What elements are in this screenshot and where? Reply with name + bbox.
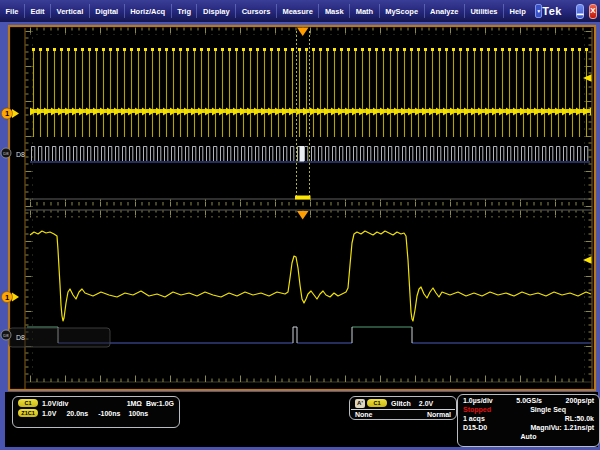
waveform-display: D8 D8 1 D8 1 D8 <box>0 22 600 392</box>
graticule-bottom-ticks <box>30 375 590 382</box>
d8-overview-waveform <box>30 145 591 162</box>
channel-badge-c1[interactable]: C1 <box>18 399 38 407</box>
acq-mode: Single Seq <box>530 406 566 413</box>
menu-myscope[interactable]: MyScope <box>380 4 425 18</box>
menu-display[interactable]: Display <box>197 4 236 18</box>
c1-scale: 1.0V/div <box>42 400 68 407</box>
magnivu-rate: MagniVu: 1.21ns/pt <box>530 424 594 431</box>
d8-zoom-marker[interactable]: D8 <box>1 330 11 340</box>
c1-bandwidth: Bw:1.0G <box>146 400 174 407</box>
d8-overview-label: D8 <box>16 151 25 158</box>
close-icon: X <box>590 7 595 15</box>
zoom-timebase: 20.0ns <box>66 410 88 417</box>
menu-analyze[interactable]: Analyze <box>425 4 465 18</box>
menu-file[interactable]: File <box>0 4 25 18</box>
menu-help[interactable]: Help <box>504 4 531 18</box>
minimize-button[interactable]: ▁ <box>576 4 584 19</box>
close-button[interactable]: X <box>589 4 597 19</box>
menu-utilities[interactable]: Utilities <box>465 4 504 18</box>
menu-overflow-button[interactable]: ▼ <box>535 4 542 18</box>
menu-mask[interactable]: Mask <box>319 4 350 18</box>
menu-measure[interactable]: Measure <box>277 4 319 18</box>
svg-text:1: 1 <box>5 109 9 118</box>
svg-text:D8: D8 <box>3 151 9 156</box>
zoom-end: 100ns <box>128 410 148 417</box>
d8-highlight-pulse <box>300 146 305 162</box>
minimize-icon: ▁ <box>577 7 583 15</box>
trigger-level: 2.0V <box>419 400 433 407</box>
digital-channels: D15-D0 <box>463 424 487 431</box>
trigger-auto-label: Auto <box>521 433 537 440</box>
oscilloscope-screen: { "menu": { "items": ["File","Edit","Ver… <box>0 0 600 450</box>
menu-digital[interactable]: Digital <box>90 4 125 18</box>
menu-cursors[interactable]: Cursors <box>236 4 277 18</box>
menu-vertical[interactable]: Vertical <box>51 4 90 18</box>
c1-impedance: 1MΩ <box>127 400 142 407</box>
tek-logo: Tek <box>542 5 562 17</box>
vertical-readout-box: C1 1.0V/div 1MΩ Bw:1.0G Z1C1 1.0V 20.0ns… <box>12 396 180 428</box>
d8-overview-marker[interactable]: D8 <box>1 148 11 158</box>
zoom-badge-z1c1[interactable]: Z1C1 <box>18 409 38 417</box>
trigger-source-badge[interactable]: C1 <box>367 399 387 407</box>
svg-text:1: 1 <box>5 293 9 302</box>
zoom-window-bar[interactable] <box>295 196 311 200</box>
timebase: 1.0µs/div <box>463 397 493 404</box>
d8-zoom-label: D8 <box>16 334 25 341</box>
trigger-readout-box: A' C1 Glitch 2.0V None Normal <box>349 396 457 420</box>
trigger-type: Glitch <box>391 400 411 407</box>
trigger-holdoff: None <box>355 411 373 418</box>
chevron-down-icon: ▼ <box>536 8 541 14</box>
sample-resolution: 200ps/pt <box>566 397 594 404</box>
menu-math[interactable]: Math <box>350 4 380 18</box>
menu-horiz-acq[interactable]: Horiz/Acq <box>125 4 172 18</box>
menu-trig[interactable]: Trig <box>172 4 198 18</box>
acq-status: Stopped <box>463 406 491 413</box>
record-length: RL:50.0k <box>565 415 594 422</box>
zoom-start: -100ns <box>98 410 120 417</box>
trigger-a-badge: A' <box>355 399 365 408</box>
menu-edit[interactable]: Edit <box>25 4 51 18</box>
acquisition-readout-box: 1.0µs/div 5.0GS/s 200ps/pt Stopped Singl… <box>457 394 600 447</box>
zoom-scale: 1.0V <box>42 410 56 417</box>
sample-rate: 5.0GS/s <box>516 397 542 404</box>
acq-count: 1 acqs <box>463 415 485 422</box>
readout-panel: C1 1.0V/div 1MΩ Bw:1.0G Z1C1 1.0V 20.0ns… <box>5 392 598 447</box>
c1-overview-waveform <box>30 48 591 140</box>
svg-text:D8: D8 <box>3 333 9 338</box>
trigger-mode: Normal <box>427 411 451 418</box>
menu-bar: File Edit Vertical Digital Horiz/Acq Tri… <box>0 0 600 22</box>
